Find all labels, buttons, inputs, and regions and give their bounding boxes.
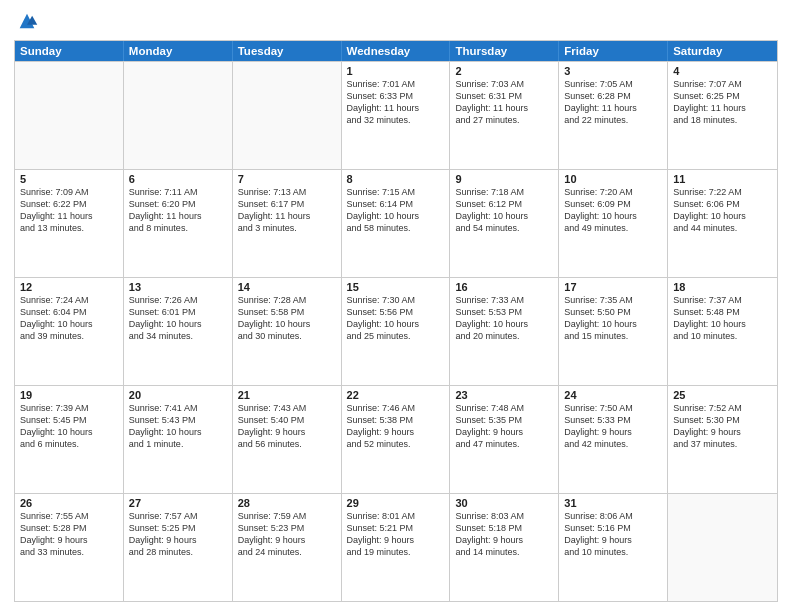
logo xyxy=(14,10,38,32)
calendar-cell: 21Sunrise: 7:43 AMSunset: 5:40 PMDayligh… xyxy=(233,386,342,493)
cell-line: Sunset: 6:12 PM xyxy=(455,198,553,210)
day-number: 31 xyxy=(564,497,662,509)
cell-line: Sunset: 5:28 PM xyxy=(20,522,118,534)
cell-line: Sunrise: 7:22 AM xyxy=(673,186,772,198)
calendar-week: 19Sunrise: 7:39 AMSunset: 5:45 PMDayligh… xyxy=(15,385,777,493)
cell-line: and 52 minutes. xyxy=(347,438,445,450)
cell-line: and 25 minutes. xyxy=(347,330,445,342)
weekday-header: Wednesday xyxy=(342,41,451,61)
calendar-cell: 2Sunrise: 7:03 AMSunset: 6:31 PMDaylight… xyxy=(450,62,559,169)
day-number: 12 xyxy=(20,281,118,293)
cell-line: Daylight: 10 hours xyxy=(673,318,772,330)
cell-line: Sunset: 6:17 PM xyxy=(238,198,336,210)
cell-line: Sunrise: 7:33 AM xyxy=(455,294,553,306)
day-number: 2 xyxy=(455,65,553,77)
cell-line: Sunrise: 7:48 AM xyxy=(455,402,553,414)
cell-line: Daylight: 11 hours xyxy=(564,102,662,114)
cell-line: Sunset: 5:35 PM xyxy=(455,414,553,426)
weekday-header: Tuesday xyxy=(233,41,342,61)
calendar-cell: 11Sunrise: 7:22 AMSunset: 6:06 PMDayligh… xyxy=(668,170,777,277)
weekday-header: Thursday xyxy=(450,41,559,61)
cell-line: Sunrise: 8:01 AM xyxy=(347,510,445,522)
cell-line: Sunset: 5:40 PM xyxy=(238,414,336,426)
calendar-cell: 7Sunrise: 7:13 AMSunset: 6:17 PMDaylight… xyxy=(233,170,342,277)
cell-line: Sunset: 5:18 PM xyxy=(455,522,553,534)
cell-line: Sunset: 6:22 PM xyxy=(20,198,118,210)
cell-line: Sunrise: 7:57 AM xyxy=(129,510,227,522)
cell-line: Daylight: 11 hours xyxy=(129,210,227,222)
cell-line: and 19 minutes. xyxy=(347,546,445,558)
calendar-cell xyxy=(124,62,233,169)
weekday-header: Sunday xyxy=(15,41,124,61)
cell-line: and 15 minutes. xyxy=(564,330,662,342)
cell-line: Sunrise: 7:11 AM xyxy=(129,186,227,198)
cell-line: Daylight: 11 hours xyxy=(20,210,118,222)
day-number: 26 xyxy=(20,497,118,509)
day-number: 27 xyxy=(129,497,227,509)
calendar-cell: 17Sunrise: 7:35 AMSunset: 5:50 PMDayligh… xyxy=(559,278,668,385)
cell-line: and 56 minutes. xyxy=(238,438,336,450)
calendar-cell: 29Sunrise: 8:01 AMSunset: 5:21 PMDayligh… xyxy=(342,494,451,601)
cell-line: Daylight: 10 hours xyxy=(129,426,227,438)
cell-line: Daylight: 9 hours xyxy=(238,426,336,438)
cell-line: Sunset: 6:04 PM xyxy=(20,306,118,318)
calendar-cell: 31Sunrise: 8:06 AMSunset: 5:16 PMDayligh… xyxy=(559,494,668,601)
cell-line: and 28 minutes. xyxy=(129,546,227,558)
calendar-cell: 20Sunrise: 7:41 AMSunset: 5:43 PMDayligh… xyxy=(124,386,233,493)
cell-line: and 58 minutes. xyxy=(347,222,445,234)
cell-line: Sunrise: 7:20 AM xyxy=(564,186,662,198)
cell-line: Sunset: 6:25 PM xyxy=(673,90,772,102)
cell-line: Sunset: 6:01 PM xyxy=(129,306,227,318)
cell-line: Sunset: 6:14 PM xyxy=(347,198,445,210)
cell-line: Sunset: 5:25 PM xyxy=(129,522,227,534)
calendar-cell: 30Sunrise: 8:03 AMSunset: 5:18 PMDayligh… xyxy=(450,494,559,601)
calendar-cell: 18Sunrise: 7:37 AMSunset: 5:48 PMDayligh… xyxy=(668,278,777,385)
cell-line: Sunset: 5:45 PM xyxy=(20,414,118,426)
calendar-cell: 15Sunrise: 7:30 AMSunset: 5:56 PMDayligh… xyxy=(342,278,451,385)
calendar-body: 1Sunrise: 7:01 AMSunset: 6:33 PMDaylight… xyxy=(15,61,777,601)
cell-line: and 10 minutes. xyxy=(673,330,772,342)
calendar-week: 5Sunrise: 7:09 AMSunset: 6:22 PMDaylight… xyxy=(15,169,777,277)
day-number: 30 xyxy=(455,497,553,509)
cell-line: Daylight: 9 hours xyxy=(347,426,445,438)
cell-line: Sunrise: 7:41 AM xyxy=(129,402,227,414)
calendar-cell: 6Sunrise: 7:11 AMSunset: 6:20 PMDaylight… xyxy=(124,170,233,277)
cell-line: Daylight: 10 hours xyxy=(129,318,227,330)
cell-line: and 20 minutes. xyxy=(455,330,553,342)
cell-line: Sunrise: 7:07 AM xyxy=(673,78,772,90)
day-number: 10 xyxy=(564,173,662,185)
day-number: 20 xyxy=(129,389,227,401)
cell-line: Sunset: 6:09 PM xyxy=(564,198,662,210)
calendar-cell: 13Sunrise: 7:26 AMSunset: 6:01 PMDayligh… xyxy=(124,278,233,385)
cell-line: and 42 minutes. xyxy=(564,438,662,450)
cell-line: Daylight: 11 hours xyxy=(347,102,445,114)
cell-line: and 27 minutes. xyxy=(455,114,553,126)
cell-line: and 22 minutes. xyxy=(564,114,662,126)
cell-line: Sunrise: 7:05 AM xyxy=(564,78,662,90)
cell-line: and 6 minutes. xyxy=(20,438,118,450)
day-number: 14 xyxy=(238,281,336,293)
day-number: 18 xyxy=(673,281,772,293)
cell-line: Sunrise: 7:59 AM xyxy=(238,510,336,522)
day-number: 17 xyxy=(564,281,662,293)
cell-line: Daylight: 11 hours xyxy=(238,210,336,222)
cell-line: Daylight: 10 hours xyxy=(673,210,772,222)
cell-line: and 18 minutes. xyxy=(673,114,772,126)
cell-line: Daylight: 10 hours xyxy=(347,318,445,330)
cell-line: Sunset: 6:20 PM xyxy=(129,198,227,210)
calendar-cell: 25Sunrise: 7:52 AMSunset: 5:30 PMDayligh… xyxy=(668,386,777,493)
cell-line: Daylight: 9 hours xyxy=(564,426,662,438)
cell-line: and 1 minute. xyxy=(129,438,227,450)
cell-line: Sunset: 5:33 PM xyxy=(564,414,662,426)
cell-line: Daylight: 9 hours xyxy=(238,534,336,546)
weekday-header: Friday xyxy=(559,41,668,61)
cell-line: Sunset: 5:43 PM xyxy=(129,414,227,426)
calendar-header: SundayMondayTuesdayWednesdayThursdayFrid… xyxy=(15,41,777,61)
cell-line: Sunset: 6:33 PM xyxy=(347,90,445,102)
header xyxy=(14,10,778,32)
day-number: 28 xyxy=(238,497,336,509)
cell-line: Sunrise: 7:37 AM xyxy=(673,294,772,306)
day-number: 8 xyxy=(347,173,445,185)
weekday-header: Monday xyxy=(124,41,233,61)
day-number: 21 xyxy=(238,389,336,401)
